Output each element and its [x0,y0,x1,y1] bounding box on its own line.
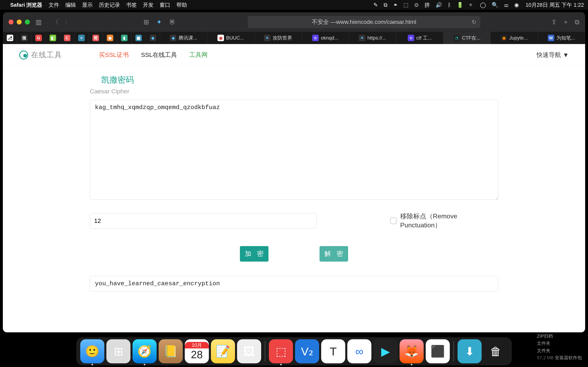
tab-14[interactable]: ☆oknqd... [302,32,349,44]
tab-7[interactable]: ◉ [103,32,117,44]
dock-finder[interactable]: 🙂 [80,339,104,363]
window-controls [9,20,30,25]
siri-icon[interactable]: ◉ [514,2,519,8]
nav-back-icon[interactable]: 〈 [52,17,60,27]
app-name[interactable]: Safari 浏览器 [10,1,43,8]
dock-launchpad[interactable]: ⊞ [106,339,130,363]
dock-app-todesk[interactable]: ⬚ [269,339,293,363]
tab-9[interactable]: ▦ [131,32,146,44]
sidebar-toggle-icon[interactable]: ▥ [35,17,43,27]
dock-app-baidu[interactable]: ∞ [347,339,371,363]
control-center-icon[interactable]: ⚌ [504,2,509,8]
dock-firefox[interactable]: 🦊 [399,339,424,363]
share-icon[interactable]: ⇪ [551,18,557,26]
tab-overview-icon[interactable]: ⧉ [575,18,579,26]
nav-buy-ssl[interactable]: 买SSL证书 [99,51,129,59]
tab-icon: C [64,35,70,41]
dock-app-translate[interactable]: ⬛ [426,339,450,363]
cipher-output[interactable] [90,276,498,291]
menu-file[interactable]: 文件 [49,1,59,8]
menu-help[interactable]: 帮助 [176,1,187,8]
quick-nav-dropdown[interactable]: 快速导航 ▼ [536,51,569,59]
maximize-window-button[interactable] [25,20,30,25]
nav-forward-icon[interactable]: 〉 [64,17,72,27]
tab-icon: ☆ [312,35,319,41]
menu-edit[interactable]: 编辑 [65,1,76,8]
menu-bookmarks[interactable]: 书签 [126,1,137,8]
bluetooth-icon[interactable]: ᛒ [448,2,451,8]
encrypt-button[interactable]: 加 密 [240,246,268,262]
tab-13[interactable]: ✦攻防世界 [255,32,302,44]
tab-icon: ◆ [170,35,176,41]
tab-11[interactable]: ◆腾讯课... [160,32,207,44]
tab-18[interactable]: ◉Jupyte... [491,32,538,44]
dock-notes[interactable]: 📝 [211,339,235,363]
tab-12[interactable]: ◉BUUC... [207,32,254,44]
dock-trash[interactable]: 🗑 [484,339,508,363]
dock-app-vnc[interactable]: V₂ [295,339,319,363]
tab-10[interactable]: ◆ [146,32,160,44]
grid-icon[interactable]: ⊞ [143,17,150,27]
nav-ssl-tools[interactable]: SSL在线工具 [141,51,177,59]
menu-history[interactable]: 历史记录 [99,1,120,8]
dock-preview[interactable]: 🖼 [237,339,261,363]
shift-amount-input[interactable] [90,213,317,229]
status-icon-1[interactable]: ✎ [373,2,378,8]
tab-17[interactable]: ◔CTF在... [443,32,491,44]
tab-15[interactable]: ✦https://... [349,32,396,44]
spotlight-icon[interactable]: 🔍 [492,2,498,8]
nav-tools-site[interactable]: 工具网 [189,51,208,59]
menubar-datetime[interactable]: 10月28日 周五 下午 1:22 [526,1,584,8]
wifi-icon[interactable]: ᯤ [469,2,474,8]
bird-icon[interactable]: ✦ [156,17,163,27]
volume-icon[interactable]: 🔊 [435,2,442,8]
page-nav: 买SSL证书 SSL在线工具 工具网 [99,51,208,59]
site-logo-text: 在线工具 [31,50,62,60]
menu-develop[interactable]: 开发 [143,1,154,8]
user-icon[interactable]: ◯ [480,2,486,8]
new-tab-icon[interactable]: ＋ [562,17,569,26]
clock-icon[interactable]: ⊙ [414,2,419,8]
minimize-window-button[interactable] [17,20,22,25]
dock-calendar[interactable]: 10月28 [185,339,209,363]
tab-1[interactable]: 微 [17,32,31,44]
dock-safari[interactable]: 🧭 [132,339,156,363]
tab-icon: ▮ [121,35,128,41]
tab-19[interactable]: W为知笔... [538,32,585,44]
close-window-button[interactable] [9,20,13,25]
tab-label: ctf 工... [416,35,432,41]
tab-label: Jupyte... [509,35,528,41]
url-security-prefix: 不安全 — [312,18,336,26]
dock-contacts[interactable]: 📒 [159,339,183,363]
tab-icon: ▦ [135,35,142,41]
input-method-icon[interactable]: 拼 [424,1,430,8]
dock-app-media[interactable]: ▶ [373,339,398,363]
app-icon-1[interactable]: ⬚ [403,2,408,8]
tab-16[interactable]: ☆ctf 工... [396,32,443,44]
tab-8[interactable]: ▮ [117,32,131,44]
tab-6[interactable]: 简 [89,32,103,44]
tab-2[interactable]: G [31,32,46,44]
decrypt-button[interactable]: 解 密 [320,246,348,262]
site-logo[interactable]: 在线工具 [19,50,62,60]
shield-icon[interactable]: ⛨ [168,17,177,27]
tab-5[interactable]: ≡ [74,32,89,44]
dock-app-text[interactable]: T [321,339,345,363]
menu-view[interactable]: 显示 [82,1,93,8]
menu-window[interactable]: 窗口 [160,1,170,8]
battery-icon[interactable]: 🔋 [457,2,463,8]
tab-0[interactable]: ⎇ [3,32,17,44]
sync-icon[interactable]: ⚭ [393,2,398,8]
screen-mirror-icon[interactable]: ⧉ [384,2,388,8]
tab-icon: ◉ [107,35,113,41]
tab-4[interactable]: C [60,32,74,44]
remove-punctuation-label: 移除标点（Remove Punctuation） [400,212,498,230]
address-bar[interactable]: 不安全 — www.hiencode.com/caesar.html ↻ [248,16,480,28]
tab-3[interactable]: ◧ [46,32,60,44]
cipher-input-textarea[interactable] [90,100,498,200]
remove-punctuation-checkbox[interactable]: 移除标点（Remove Punctuation） [390,212,498,230]
reload-icon[interactable]: ↻ [472,19,476,25]
tab-label: 攻防世界 [273,35,292,41]
dock-downloads[interactable]: ⬇ [458,339,482,363]
tab-label: oknqd... [321,35,338,41]
